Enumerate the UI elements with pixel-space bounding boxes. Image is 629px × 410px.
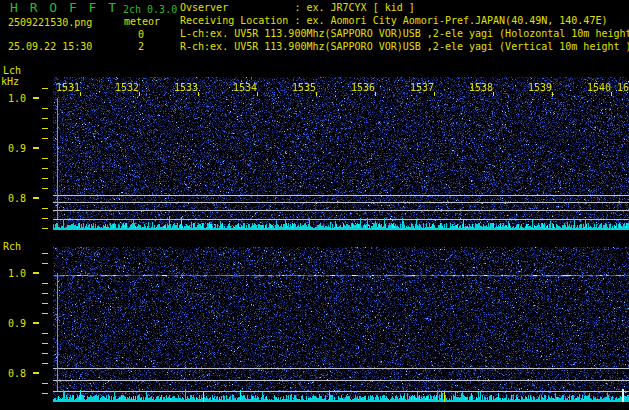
freq-minor-tick xyxy=(42,158,48,159)
freq-major-tick xyxy=(33,97,39,99)
freq-minor-tick xyxy=(42,128,48,129)
freq-minor-tick xyxy=(42,353,48,354)
time-minute-label: 1535 xyxy=(292,82,316,93)
time-minute-label: 1531 xyxy=(56,82,80,93)
freq-tick-label: 1.0 xyxy=(8,268,26,279)
time-minute-label: 1538 xyxy=(469,82,493,93)
freq-minor-tick xyxy=(42,303,48,304)
datetime-label: 25.09.22 15:30 xyxy=(8,41,92,52)
hrofft-screen: H R O F F T 2ch 0.3.0 2509221530.png met… xyxy=(0,0,629,410)
lch-spectrogram-panel xyxy=(53,77,629,230)
location-info-line: Receiving Location : ex. Aomori City Aom… xyxy=(180,15,607,26)
freq-minor-tick xyxy=(42,283,48,284)
time-minute-label: 1539 xyxy=(528,82,552,93)
time-minute-label: 1537 xyxy=(410,82,434,93)
meteor-count-label: meteor xyxy=(124,16,160,27)
freq-major-tick xyxy=(33,272,39,274)
time-minute-label: 1536 xyxy=(351,82,375,93)
freq-major-tick xyxy=(33,197,39,199)
output-filename: 2509221530.png xyxy=(8,17,92,28)
freq-minor-tick xyxy=(42,383,48,384)
freq-minor-tick xyxy=(42,138,48,139)
freq-minor-tick xyxy=(42,293,48,294)
freq-minor-tick xyxy=(42,333,48,334)
freq-minor-tick xyxy=(42,168,48,169)
freq-minor-tick xyxy=(42,88,48,89)
rch-rig-info-line: R-ch:ex. UV5R 113.900Mhz(SAPPORO VOR)USB… xyxy=(180,41,629,52)
freq-minor-tick xyxy=(42,118,48,119)
freq-minor-tick xyxy=(42,188,48,189)
meteor-count-lch: 0 xyxy=(138,29,144,40)
time-minute-label: 1532 xyxy=(115,82,139,93)
freq-minor-tick xyxy=(42,228,48,229)
freq-tick-label: 0.8 xyxy=(8,193,26,204)
time-minute-label: 1540 xyxy=(587,82,611,93)
meteor-count-rch: 2 xyxy=(138,41,144,52)
khz-unit-label: kHz xyxy=(1,76,19,87)
freq-major-tick xyxy=(33,372,39,374)
freq-tick-label: 0.9 xyxy=(8,318,26,329)
freq-major-tick xyxy=(33,147,39,149)
freq-minor-tick xyxy=(42,393,48,394)
observer-info-line: Ovserver : ex. JR7CYX [ kid ] xyxy=(180,2,415,13)
freq-minor-tick xyxy=(42,218,48,219)
time-minute-label: 1533 xyxy=(174,82,198,93)
freq-minor-tick xyxy=(42,178,48,179)
freq-major-tick xyxy=(33,322,39,324)
app-title: H R O F F T xyxy=(10,2,118,13)
lch-axis-label: Lch xyxy=(3,65,21,76)
freq-minor-tick xyxy=(42,343,48,344)
freq-minor-tick xyxy=(42,263,48,264)
rch-axis-label: Rch xyxy=(3,241,21,252)
freq-minor-tick xyxy=(42,253,48,254)
freq-tick-label: 0.9 xyxy=(8,143,26,154)
freq-minor-tick xyxy=(42,208,48,209)
time-minute-label-partial: 16 xyxy=(617,82,629,93)
freq-minor-tick xyxy=(42,108,48,109)
freq-tick-label: 1.0 xyxy=(8,93,26,104)
version-label: 2ch 0.3.0 xyxy=(123,4,177,15)
lch-rig-info-line: L-ch:ex. UV5R 113.900Mhz(SAPPORO VOR)USB… xyxy=(180,28,629,39)
freq-minor-tick xyxy=(42,313,48,314)
freq-minor-tick xyxy=(42,363,48,364)
rch-spectrogram-panel xyxy=(53,247,629,402)
time-minute-label: 1534 xyxy=(233,82,257,93)
freq-tick-label: 0.8 xyxy=(8,368,26,379)
